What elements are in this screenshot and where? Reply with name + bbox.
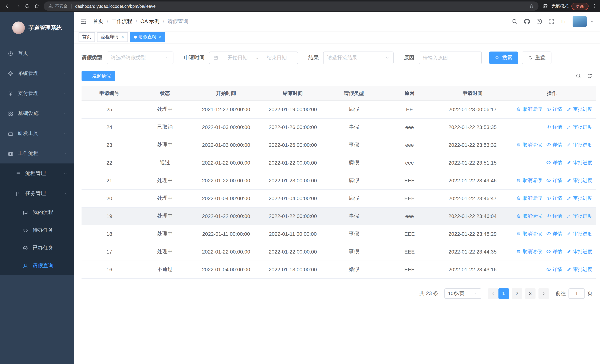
goto-page-input[interactable] xyxy=(569,288,585,299)
table-refresh-icon[interactable] xyxy=(587,73,593,79)
breadcrumb-item[interactable]: 工作流程 xyxy=(112,18,132,25)
sidebar-item-todo-tasks[interactable]: 待办任务 xyxy=(0,221,74,239)
breadcrumb-item[interactable]: 首页 xyxy=(93,18,103,25)
cancel-link[interactable]: 取消请假 xyxy=(516,142,542,148)
action-label: 审批进度 xyxy=(573,266,592,273)
detail-link[interactable]: 详情 xyxy=(546,142,562,148)
sidebar-item-leave-query[interactable]: 请假查询 xyxy=(0,257,74,275)
view-icon xyxy=(546,125,551,130)
fullscreen-icon[interactable] xyxy=(548,18,555,25)
hide-search-icon[interactable] xyxy=(576,73,581,79)
chevron-down-icon[interactable] xyxy=(590,19,594,24)
app-title: 芋道管理系统 xyxy=(28,24,62,31)
sidebar-item-payment-mgmt[interactable]: 支付管理 xyxy=(0,84,74,103)
sidebar-item-system-mgmt[interactable]: 系统管理 xyxy=(0,63,74,84)
tab-process-detail[interactable]: 流程详情× xyxy=(97,32,128,42)
detail-link[interactable]: 详情 xyxy=(546,248,562,255)
search-icon[interactable] xyxy=(511,18,518,25)
progress-link[interactable]: 审批进度 xyxy=(567,159,592,166)
search-icon xyxy=(495,55,500,60)
page-buttons: 123 xyxy=(498,288,535,299)
progress-link[interactable]: 审批进度 xyxy=(567,195,592,202)
page-button-2[interactable]: 2 xyxy=(512,288,522,299)
progress-link[interactable]: 审批进度 xyxy=(567,124,592,131)
detail-link[interactable]: 详情 xyxy=(546,195,562,202)
update-button[interactable]: 更新 xyxy=(572,2,589,10)
sidebar-item-task-mgmt[interactable]: 任务管理 xyxy=(0,184,74,204)
cell-end-time: 2022-01-13 00:00:00 xyxy=(259,261,326,278)
prev-page-button[interactable] xyxy=(488,288,498,299)
breadcrumb-item[interactable]: OA 示例 xyxy=(141,18,159,25)
user-avatar[interactable] xyxy=(572,16,587,27)
sidebar-item-workflow[interactable]: 工作流程 xyxy=(0,143,74,163)
progress-link[interactable]: 审批进度 xyxy=(567,142,592,148)
progress-link[interactable]: 审批进度 xyxy=(567,106,592,113)
detail-link[interactable]: 详情 xyxy=(546,213,562,219)
table-row: 16不通过2022-01-04 00:00:002022-01-13 00:00… xyxy=(82,261,596,278)
detail-link[interactable]: 详情 xyxy=(546,231,562,237)
progress-link[interactable]: 审批进度 xyxy=(567,266,592,273)
forward-icon[interactable] xyxy=(13,1,22,11)
progress-link[interactable]: 审批进度 xyxy=(567,213,592,219)
detail-link[interactable]: 详情 xyxy=(546,266,562,273)
cell-leave-type: 病假 xyxy=(326,172,382,189)
cell-id: 25 xyxy=(82,101,137,118)
page-size-select[interactable]: 10条/页 xyxy=(444,288,481,299)
reload-icon[interactable] xyxy=(22,1,32,11)
sidebar-item-process-mgmt[interactable]: 流程管理 xyxy=(0,163,74,184)
reason-input[interactable] xyxy=(423,55,478,61)
menu-collapse-icon[interactable] xyxy=(80,18,87,25)
reset-button[interactable]: 重置 xyxy=(522,52,552,64)
search-button[interactable]: 搜索 xyxy=(489,52,518,64)
sidebar-item-dev-tools[interactable]: 研发工具 xyxy=(0,123,74,143)
cancel-link[interactable]: 取消请假 xyxy=(516,248,542,255)
close-icon[interactable]: × xyxy=(121,35,124,39)
progress-link[interactable]: 审批进度 xyxy=(567,177,592,184)
page-button-1[interactable]: 1 xyxy=(498,288,509,299)
cancel-link[interactable]: 取消请假 xyxy=(516,106,542,113)
help-icon[interactable] xyxy=(536,18,543,25)
cancel-link[interactable]: 取消请假 xyxy=(516,177,542,184)
address-bar[interactable]: 不安全 dashboard.yudao.iocoder.cn/bpm/oa/le… xyxy=(44,1,538,11)
cell-actions: 取消请假详情审批进度 xyxy=(508,189,596,207)
cancel-link[interactable]: 取消请假 xyxy=(516,231,542,237)
create-leave-button[interactable]: 发起请假 xyxy=(82,71,115,81)
detail-link[interactable]: 详情 xyxy=(546,124,562,131)
leave-type-select[interactable]: 请选择请假类型 xyxy=(107,52,173,64)
result-select[interactable]: 请选择流结果 xyxy=(323,52,394,64)
cell-end-time: 2022-01-11 00:00:00 xyxy=(259,225,326,243)
sidebar-item-infrastructure[interactable]: 基础设施 xyxy=(0,103,74,123)
browser-menu-icon[interactable] xyxy=(591,3,597,9)
sidebar-item-home[interactable]: 首页 xyxy=(0,43,74,63)
tab-leave-query[interactable]: 请假查询× xyxy=(130,32,165,42)
font-size-icon[interactable]: TT xyxy=(560,18,567,25)
cell-id: 24 xyxy=(82,118,137,136)
security-label: 不安全 xyxy=(55,3,67,9)
home-icon[interactable] xyxy=(32,1,41,11)
edit-icon xyxy=(567,249,572,254)
cell-id: 21 xyxy=(82,172,137,189)
sidebar-item-done-tasks[interactable]: 已办任务 xyxy=(0,239,74,257)
page-button-3[interactable]: 3 xyxy=(525,288,535,299)
sidebar-item-label: 支付管理 xyxy=(18,90,63,97)
detail-link[interactable]: 详情 xyxy=(546,159,562,166)
cell-reason: EEE xyxy=(382,261,437,278)
tab-home[interactable]: 首页 xyxy=(79,32,95,42)
back-icon[interactable] xyxy=(3,1,13,11)
apply-time-range-picker[interactable]: 开始日期 - 结束日期 xyxy=(209,52,298,64)
detail-link[interactable]: 详情 xyxy=(546,106,562,113)
github-icon[interactable] xyxy=(524,18,530,25)
progress-link[interactable]: 审批进度 xyxy=(567,248,592,255)
close-icon[interactable]: × xyxy=(159,35,162,39)
next-page-button[interactable] xyxy=(538,288,549,299)
edit-icon xyxy=(567,125,572,130)
cancel-link[interactable]: 取消请假 xyxy=(516,213,542,219)
detail-link[interactable]: 详情 xyxy=(546,177,562,184)
sidebar-item-my-process[interactable]: 我的流程 xyxy=(0,204,74,221)
bookmark-star-icon[interactable] xyxy=(529,3,534,9)
cell-id: 16 xyxy=(82,261,137,278)
edit-icon xyxy=(567,267,572,272)
cell-apply-time: 2022-01-22 23:53:35 xyxy=(437,118,508,136)
progress-link[interactable]: 审批进度 xyxy=(567,231,592,237)
cancel-link[interactable]: 取消请假 xyxy=(516,195,542,202)
